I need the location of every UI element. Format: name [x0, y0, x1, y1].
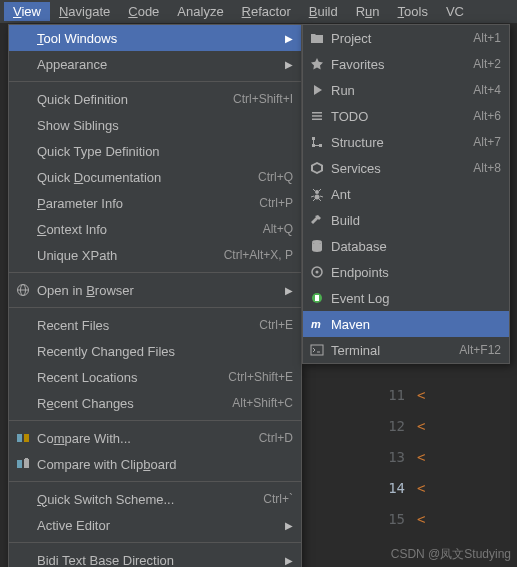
menu-item-compare-with-[interactable]: Compare With...Ctrl+D — [9, 425, 301, 451]
menu-item-tool-windows[interactable]: Tool Windows▶ — [9, 25, 301, 51]
menu-item-context-info[interactable]: Context InfoAlt+Q — [9, 216, 301, 242]
menubar-item-view[interactable]: View — [4, 2, 50, 21]
menu-item-unique-xpath[interactable]: Unique XPathCtrl+Alt+X, P — [9, 242, 301, 268]
menu-item-shortcut: Ctrl+Alt+X, P — [212, 248, 293, 262]
svg-rect-21 — [311, 345, 323, 355]
star-icon — [309, 56, 325, 72]
menu-item-show-siblings[interactable]: Show Siblings — [9, 112, 301, 138]
database-icon — [309, 238, 325, 254]
menubar-item-build[interactable]: Build — [300, 2, 347, 21]
menu-item-label: Open in Browser — [37, 283, 277, 298]
submenu-item-label: Services — [331, 161, 461, 176]
menu-separator — [9, 81, 301, 82]
submenu-item-label: Run — [331, 83, 461, 98]
menu-item-label: Compare with Clipboard — [37, 457, 293, 472]
view-menu: Tool Windows▶Appearance▶Quick Definition… — [8, 24, 302, 567]
submenu-item-event-log[interactable]: Event Log — [303, 285, 509, 311]
svg-rect-9 — [312, 115, 322, 117]
menubar-item-tools[interactable]: Tools — [389, 2, 437, 21]
menu-item-recent-files[interactable]: Recent FilesCtrl+E — [9, 312, 301, 338]
menu-item-parameter-info[interactable]: Parameter InfoCtrl+P — [9, 190, 301, 216]
menu-item-quick-type-definition[interactable]: Quick Type Definition — [9, 138, 301, 164]
submenu-item-database[interactable]: Database — [303, 233, 509, 259]
menubar-item-vc[interactable]: VC — [437, 2, 473, 21]
endpoints-icon — [309, 264, 325, 280]
menu-item-quick-definition[interactable]: Quick DefinitionCtrl+Shift+I — [9, 86, 301, 112]
tool-windows-submenu: ProjectAlt+1FavoritesAlt+2RunAlt+4TODOAl… — [302, 24, 510, 364]
menu-item-appearance[interactable]: Appearance▶ — [9, 51, 301, 77]
submenu-item-structure[interactable]: StructureAlt+7 — [303, 129, 509, 155]
menu-item-active-editor[interactable]: Active Editor▶ — [9, 512, 301, 538]
submenu-item-shortcut: Alt+F12 — [447, 343, 501, 357]
submenu-item-label: Project — [331, 31, 461, 46]
svg-rect-5 — [17, 460, 22, 468]
submenu-arrow-icon: ▶ — [285, 59, 293, 70]
submenu-item-shortcut: Alt+4 — [461, 83, 501, 97]
submenu-item-label: Structure — [331, 135, 461, 150]
maven-icon: m — [309, 316, 325, 332]
submenu-item-label: Terminal — [331, 343, 447, 358]
editor-line: 14< — [377, 473, 517, 504]
menu-item-label: Compare With... — [37, 431, 247, 446]
menu-separator — [9, 307, 301, 308]
menu-item-recent-locations[interactable]: Recent LocationsCtrl+Shift+E — [9, 364, 301, 390]
submenu-item-label: Event Log — [331, 291, 501, 306]
submenu-item-endpoints[interactable]: Endpoints — [303, 259, 509, 285]
svg-point-14 — [315, 190, 319, 194]
submenu-item-services[interactable]: ServicesAlt+8 — [303, 155, 509, 181]
submenu-item-ant[interactable]: Ant — [303, 181, 509, 207]
compare-icon — [15, 430, 31, 446]
svg-rect-13 — [319, 144, 322, 147]
menu-item-label: Parameter Info — [37, 196, 247, 211]
svg-rect-3 — [17, 434, 22, 442]
svg-point-16 — [312, 240, 322, 244]
submenu-item-label: Endpoints — [331, 265, 501, 280]
menubar-item-refactor[interactable]: Refactor — [233, 2, 300, 21]
submenu-item-label: TODO — [331, 109, 461, 124]
menu-item-label: Unique XPath — [37, 248, 212, 263]
globe-icon — [15, 282, 31, 298]
submenu-item-label: Database — [331, 239, 501, 254]
menu-item-shortcut: Ctrl+Shift+I — [221, 92, 293, 106]
menu-item-bidi-text-base-direction[interactable]: Bidi Text Base Direction▶ — [9, 547, 301, 567]
editor-line: 15< — [377, 504, 517, 535]
menubar-item-run[interactable]: Run — [347, 2, 389, 21]
submenu-item-terminal[interactable]: TerminalAlt+F12 — [303, 337, 509, 363]
menu-item-recently-changed-files[interactable]: Recently Changed Files — [9, 338, 301, 364]
submenu-item-build[interactable]: Build — [303, 207, 509, 233]
menu-item-label: Recent Locations — [37, 370, 216, 385]
submenu-arrow-icon: ▶ — [285, 555, 293, 566]
editor-line: 12< — [377, 411, 517, 442]
menu-item-compare-with-clipboard[interactable]: Compare with Clipboard — [9, 451, 301, 477]
submenu-item-todo[interactable]: TODOAlt+6 — [303, 103, 509, 129]
menubar-item-analyze[interactable]: Analyze — [168, 2, 232, 21]
svg-rect-4 — [24, 434, 29, 442]
watermark: CSDN @凤文Studying — [391, 546, 511, 563]
menu-item-shortcut: Ctrl+E — [247, 318, 293, 332]
svg-point-18 — [316, 271, 319, 274]
submenu-arrow-icon: ▶ — [285, 520, 293, 531]
menu-item-recent-changes[interactable]: Recent ChangesAlt+Shift+C — [9, 390, 301, 416]
submenu-item-label: Build — [331, 213, 501, 228]
menu-item-label: Active Editor — [37, 518, 277, 533]
menu-item-label: Show Siblings — [37, 118, 293, 133]
menubar-item-navigate[interactable]: Navigate — [50, 2, 119, 21]
menu-item-label: Tool Windows — [37, 31, 277, 46]
folder-icon — [309, 30, 325, 46]
menu-item-quick-switch-scheme-[interactable]: Quick Switch Scheme...Ctrl+` — [9, 486, 301, 512]
menubar-item-code[interactable]: Code — [119, 2, 168, 21]
submenu-item-shortcut: Alt+2 — [461, 57, 501, 71]
menu-item-quick-documentation[interactable]: Quick DocumentationCtrl+Q — [9, 164, 301, 190]
submenu-item-favorites[interactable]: FavoritesAlt+2 — [303, 51, 509, 77]
menu-item-open-in-browser[interactable]: Open in Browser▶ — [9, 277, 301, 303]
submenu-arrow-icon: ▶ — [285, 285, 293, 296]
submenu-item-project[interactable]: ProjectAlt+1 — [303, 25, 509, 51]
submenu-item-label: Favorites — [331, 57, 461, 72]
submenu-item-maven[interactable]: mMaven — [303, 311, 509, 337]
submenu-item-run[interactable]: RunAlt+4 — [303, 77, 509, 103]
compare-clip-icon — [15, 456, 31, 472]
svg-point-15 — [315, 195, 320, 200]
terminal-icon — [309, 342, 325, 358]
menu-item-shortcut: Ctrl+Q — [246, 170, 293, 184]
svg-rect-7 — [25, 458, 28, 460]
